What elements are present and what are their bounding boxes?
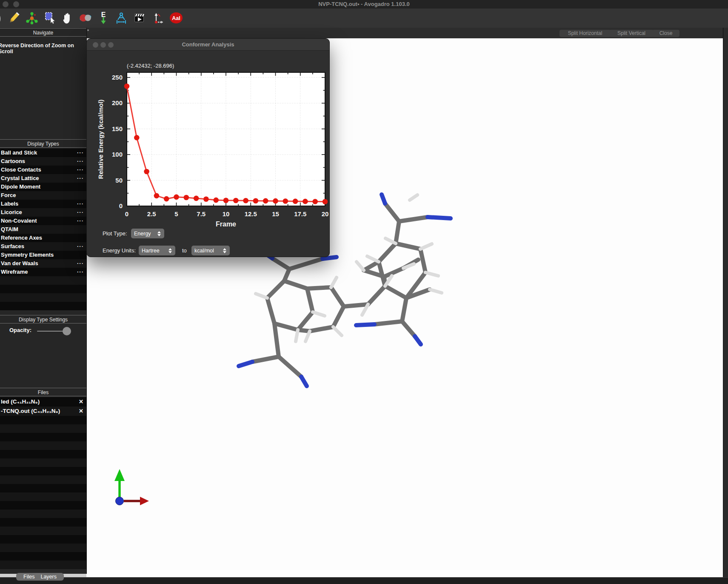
display-type-options-button[interactable]: ··· [77,242,84,251]
display-type-row[interactable]: Wireframe··· [0,268,86,276]
measure-tool-icon[interactable] [113,11,129,26]
display-type-row[interactable]: Licorice··· [0,208,86,217]
to-label: to [182,247,187,254]
conformer-analysis-dialog: Conformer Analysis (-2.42432; -28.696) 0… [86,38,330,257]
animation-tool-icon[interactable] [131,11,147,26]
conformer-energy-plot[interactable]: 02.557.51012.51517.520050100150200250Fra… [127,72,325,206]
display-type-label: Licorice [1,208,22,217]
display-type-row[interactable]: QTAIM [0,225,86,234]
split-vertical-button[interactable]: Split Vertical [609,30,654,37]
svg-text:0: 0 [125,210,128,218]
resize-dot [87,29,89,31]
display-type-options-button[interactable]: ··· [77,157,84,166]
empty-row [0,501,86,510]
label-tool-icon[interactable]: AaI [167,11,186,26]
optimize-letter: E [101,11,106,18]
reverse-zoom-option[interactable]: Reverse Direction of Zoom on Scroll [0,43,86,54]
svg-text:250: 250 [112,74,123,81]
display-type-label: Non-Covalent [1,217,37,225]
dock-tab-files[interactable]: Files [23,574,34,580]
display-type-label: Surfaces [1,242,24,251]
display-type-label: Crystal Lattice [1,174,39,183]
display-type-row[interactable]: Symmetry Elements [0,251,86,259]
files-panel-header: Files [0,388,86,396]
display-type-options-button[interactable]: ··· [77,174,84,183]
file-close-button[interactable]: ✕ [79,397,83,407]
dock-tab-layers[interactable]: Layers [40,574,57,580]
display-type-row[interactable]: Dipole Moment [0,183,86,191]
display-type-row[interactable]: Ball and Stick··· [0,149,86,157]
display-type-label: Dipole Moment [1,183,40,191]
close-view-button[interactable]: Close [652,30,679,37]
energy-unit-to-select[interactable]: kcal/mol [191,246,230,255]
plot-type-value: Energy [134,231,151,237]
x-axis-arrow [140,497,149,505]
pencil-draw-tool-icon[interactable] [6,11,22,26]
display-type-row[interactable]: Surfaces··· [0,242,86,251]
empty-row [0,484,86,492]
file-close-button[interactable]: ✕ [79,407,83,416]
plot-type-select[interactable]: Energy [131,229,164,238]
display-type-row[interactable]: Van der Waals··· [0,259,86,268]
svg-text:17.5: 17.5 [294,210,306,218]
cursor-coordinate-readout: (-2.42432; -28.696) [127,63,174,69]
opacity-slider-thumb[interactable] [63,327,71,335]
dialog-titlebar[interactable]: Conformer Analysis [87,39,329,51]
empty-row [0,467,86,475]
display-type-label: Reference Axes [1,234,42,242]
display-type-options-button[interactable]: ··· [77,208,84,217]
display-type-label: Symmetry Elements [1,251,54,259]
display-type-options-button[interactable]: ··· [77,166,84,174]
energy-units-label: Energy Units: [103,247,136,254]
empty-row [0,561,86,569]
opacity-label: Opacity: [9,327,31,333]
svg-text:Relative Energy (kcal/mol): Relative Energy (kcal/mol) [97,100,104,179]
empty-row [0,424,86,433]
svg-text:2.5: 2.5 [147,210,156,218]
display-type-options-button[interactable]: ··· [77,217,84,225]
files-list: led (C₄₁H₂₁N₉)✕-TCNQ.out (C₄₁H₂₁N₉)✕ [0,397,86,569]
svg-text:15: 15 [272,210,279,218]
display-type-row[interactable]: Crystal Lattice··· [0,174,86,183]
empty-row [0,293,86,302]
split-horizontal-button[interactable]: Split Horizontal [560,30,611,37]
display-type-options-button[interactable]: ··· [77,200,84,208]
display-type-row[interactable]: Non-Covalent··· [0,217,86,225]
empty-row [0,433,86,441]
selection-tool-icon[interactable] [42,11,58,26]
display-type-row[interactable]: Reference Axes [0,234,86,242]
display-type-row[interactable]: Force [0,191,86,200]
file-row[interactable]: -TCNQ.out (C₄₁H₂₁N₉)✕ [0,407,86,416]
display-type-options-button[interactable]: ··· [77,268,84,276]
file-label: -TCNQ.out (C₄₁H₂₁N₉) [1,407,60,416]
svg-text:5: 5 [174,210,178,218]
axis-gizmo [114,469,149,505]
empty-row [0,492,86,501]
window-right-edge [723,28,728,584]
empty-row [0,441,86,450]
display-type-settings-header: Display Type Settings [0,315,86,323]
empty-row [0,518,86,527]
file-row[interactable]: led (C₄₁H₂₁N₉)✕ [0,397,86,407]
display-type-options-button[interactable]: ··· [77,149,84,157]
display-type-row[interactable]: Close Contacts··· [0,166,86,174]
svg-text:10: 10 [223,210,230,218]
navigate-tool-icon[interactable] [60,11,76,26]
auto-optimize-tool-icon[interactable]: E [95,11,111,26]
origin-sphere [116,497,124,505]
unit-to-value: kcal/mol [194,248,214,254]
display-type-label: Cartoons [1,157,25,166]
svg-text:20: 20 [322,210,329,218]
display-type-options-button[interactable]: ··· [77,259,84,268]
manipulate-axes-tool-icon[interactable] [149,11,165,26]
energy-unit-from-select[interactable]: Hartree [139,246,175,255]
display-type-row[interactable]: Labels··· [0,200,86,208]
empty-row [0,276,86,285]
chevron-updown-icon [223,248,227,254]
bond-centric-tool-icon[interactable] [77,11,94,26]
display-type-label: QTAIM [1,225,18,234]
empty-row [0,302,86,310]
template-tool-icon[interactable] [24,11,40,26]
display-type-row[interactable]: Cartoons··· [0,157,86,166]
svg-text:150: 150 [112,125,123,132]
